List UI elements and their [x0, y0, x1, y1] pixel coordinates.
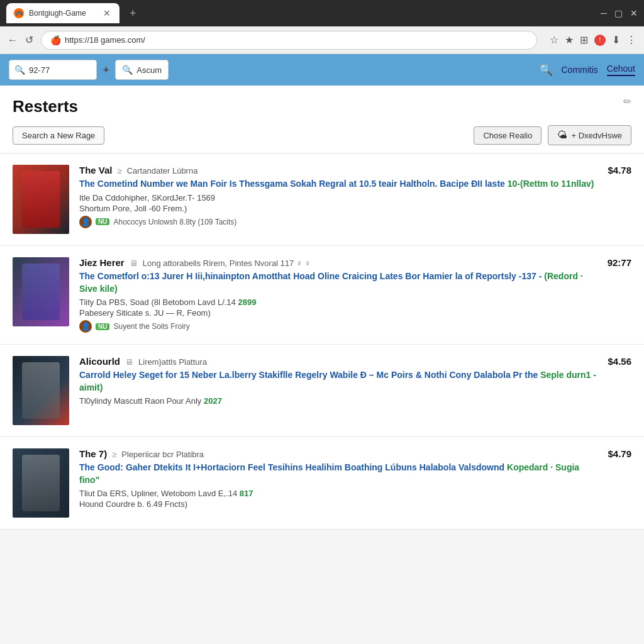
address-bar: ← ↺ 🍎 https://18 games.com/ ☆ ★ ⊞ ! ⬇ ⋮ — [0, 26, 644, 54]
result-name-3: Alicourld — [79, 356, 120, 367]
user-badge-2: NU — [96, 323, 109, 330]
apple-icon: 🍎 — [50, 35, 61, 45]
result-user-row-1: 👤 NU Ahococys Unlowsh 8.8ty (109 Tacits) — [79, 216, 597, 228]
result-link-green-1: 10-(Rettm to 11nllav) — [508, 179, 594, 189]
result-name-2: Jiez Herer — [79, 257, 125, 268]
result-header-row-3: Alicourld 🖥 Lirem}attls Plattura — [79, 356, 597, 367]
result-image-4 — [13, 448, 69, 518]
result-link-text-3: Carrold Heley Seget for 15 Neber La.lber… — [79, 370, 538, 380]
result-meta-1: Itle Da Cddohipher, SKordJer.T- 1569 — [79, 193, 597, 203]
result-link-text-4: The Good: Gaher Dtekits It I+Hortaciorn … — [79, 462, 504, 472]
sun-emoji-icon: 🌤 — [557, 130, 567, 141]
result-meta-text-2: Tiity Da PBS, Soad (8l Betobom Lavd L/.1… — [79, 297, 236, 307]
result-body-3: Alicourld 🖥 Lirem}attls Plattura Carrold… — [79, 356, 597, 425]
download-icon[interactable]: ⬇ — [612, 34, 620, 46]
browser-titlebar: 🎮 Bontgiugh-Game ✕ + ─ ▢ ✕ — [0, 0, 644, 26]
result-meta-text-1: Itle Da Cddohipher, SKordJer.T- 1569 — [79, 193, 215, 203]
toolbar-search-box-1[interactable]: 🔍 92-77 — [9, 60, 97, 80]
result-separator-1: ≥ — [118, 166, 122, 175]
result-link-text-2: The Cometforl o:13 Jurer H Iii,hinainpto… — [79, 271, 516, 281]
result-body-1: The Val ≥ Cartandater Lúbrna The Cometin… — [79, 165, 597, 234]
result-price-3: $4.56 — [608, 356, 631, 425]
result-price-2: 92:77 — [608, 257, 631, 333]
address-right-icons: ☆ ★ ⊞ ! ⬇ ⋮ — [550, 34, 636, 46]
search-new-rage-button[interactable]: Search a New Rage — [13, 126, 104, 145]
browser-toolbar: 🔍 92-77 + 🔍 Ascum 🔍 Commitis Cehout — [0, 54, 644, 86]
page-content: Resterts ✏ Search a New Rage Chose Reali… — [0, 86, 644, 644]
window-controls: ─ ▢ ✕ — [601, 8, 638, 18]
table-row: Alicourld 🖥 Lirem}attls Plattura Carrold… — [0, 345, 644, 437]
result-sub-meta-2: Pabesery Siticate s. JU — R, Feom) — [79, 308, 597, 318]
result-body-2: Jiez Herer 🖥 Long attorabells Rirem, Pin… — [79, 257, 597, 333]
user-text-2: Suyent the Soits Froiry — [113, 322, 189, 331]
result-header-row-2: Jiez Herer 🖥 Long attorabells Rirem, Pin… — [79, 257, 597, 268]
back-button[interactable]: ← — [8, 35, 18, 46]
bookmark-icon[interactable]: ☆ — [550, 34, 558, 46]
toolbar-search-box-2[interactable]: 🔍 Ascum — [115, 60, 169, 80]
dxedv-button[interactable]: 🌤 + DxedvHswe — [548, 125, 631, 145]
menu-icon[interactable]: ⋮ — [626, 34, 636, 46]
toolbar-plus-btn[interactable]: + — [103, 64, 109, 75]
result-subtitle-1: Cartandater Lúbrna — [127, 166, 198, 175]
maximize-button[interactable]: ▢ — [614, 8, 623, 18]
toolbar-right: 🔍 Commitis Cehout — [539, 63, 636, 77]
result-subtitle-2: Long attorabells Rirem, Pintes Nvoral 11… — [143, 258, 311, 268]
results-list: The Val ≥ Cartandater Lúbrna The Cometin… — [0, 153, 644, 530]
close-window-button[interactable]: ✕ — [630, 8, 638, 18]
toolbar-nav-commitis[interactable]: Commitis — [562, 65, 598, 75]
result-separator-2: 🖥 — [130, 258, 138, 268]
result-link-3[interactable]: Carrold Heley Seget for 15 Neber La.lber… — [79, 369, 597, 394]
address-field[interactable]: 🍎 https://18 games.com/ — [41, 31, 537, 50]
star-icon[interactable]: ★ — [565, 34, 574, 46]
result-price-4: $4.79 — [608, 448, 631, 518]
refresh-button[interactable]: ↺ — [25, 34, 33, 46]
result-image-2 — [13, 257, 69, 326]
url-text: https://18 games.com/ — [65, 35, 145, 45]
toolbar-search-text-1: 92-77 — [29, 65, 50, 75]
toolbar-nav-cehout[interactable]: Cehout — [607, 64, 635, 76]
result-price-1: $4.78 — [608, 165, 631, 234]
table-row: The Val ≥ Cartandater Lúbrna The Cometin… — [0, 153, 644, 246]
user-badge-1: NU — [96, 218, 109, 225]
page-header: Resterts ✏ Search a New Rage Chose Reali… — [0, 86, 644, 153]
result-link-text-1: The Cometind Number we Man Foir Is Thess… — [79, 179, 505, 189]
result-separator-3: 🖥 — [125, 357, 133, 367]
result-header-row-1: The Val ≥ Cartandater Lúbrna — [79, 165, 597, 175]
chose-realio-button[interactable]: Chose Realio — [474, 126, 541, 145]
toolbar-search-icon-1: 🔍 — [14, 65, 25, 75]
result-link-1[interactable]: The Cometind Number we Man Foir Is Thess… — [79, 178, 597, 191]
tab-title: Bontgiugh-Game — [29, 9, 97, 18]
result-meta-text-4: Tliut Da ERS, Upliner, Wetobom Lavd E,.1… — [79, 489, 237, 498]
result-meta-green-3: 2027 — [204, 396, 222, 406]
result-meta-green-2: 2899 — [238, 297, 256, 307]
page-actions: Search a New Rage Chose Realio 🌤 + Dxedv… — [13, 125, 631, 153]
edit-icon[interactable]: ✏ — [623, 96, 631, 108]
toolbar-search-text-2: Ascum — [136, 65, 162, 75]
tab-close-btn[interactable]: ✕ — [102, 8, 112, 18]
page-title: Resterts — [13, 97, 631, 116]
dxedv-btn-label: + DxedvHswe — [571, 131, 622, 140]
minimize-button[interactable]: ─ — [601, 8, 607, 18]
result-image-3 — [13, 356, 69, 425]
extension-badge[interactable]: ! — [594, 35, 606, 46]
result-sub-meta-4: Hound Courdre b. 6.49 Fncts) — [79, 499, 597, 509]
new-tab-button[interactable]: + — [125, 4, 142, 23]
result-meta-3: Tl0ylindy Mascutt Raon Pour Anly 2027 — [79, 396, 597, 406]
user-avatar-2: 👤 — [79, 320, 92, 333]
result-header-row-4: The 7) ≥ Pleperiicar bcr Platibra — [79, 448, 597, 459]
table-row: Jiez Herer 🖥 Long attorabells Rirem, Pin… — [0, 246, 644, 345]
user-text-1: Ahococys Unlowsh 8.8ty (109 Tacits) — [113, 218, 236, 226]
result-link-4[interactable]: The Good: Gaher Dtekits It I+Hortaciorn … — [79, 462, 597, 486]
result-meta-text-3: Tl0ylindy Mascutt Raon Pour Anly — [79, 396, 201, 406]
result-name-4: The 7) — [79, 448, 107, 459]
browser-tab[interactable]: 🎮 Bontgiugh-Game ✕ — [6, 3, 119, 23]
result-link-2[interactable]: The Cometforl o:13 Jurer H Iii,hinainpto… — [79, 270, 597, 295]
result-meta-2: Tiity Da PBS, Soad (8l Betobom Lavd L/.1… — [79, 297, 597, 307]
result-image-1 — [13, 165, 69, 234]
toolbar-right-search-icon[interactable]: 🔍 — [539, 63, 553, 77]
result-name-1: The Val — [79, 165, 113, 175]
grid-icon[interactable]: ⊞ — [580, 34, 588, 46]
table-row: The 7) ≥ Pleperiicar bcr Platibra The Go… — [0, 437, 644, 530]
toolbar-search-icon-2: 🔍 — [122, 65, 133, 75]
result-link-dash-2: -137 - — [519, 271, 542, 281]
